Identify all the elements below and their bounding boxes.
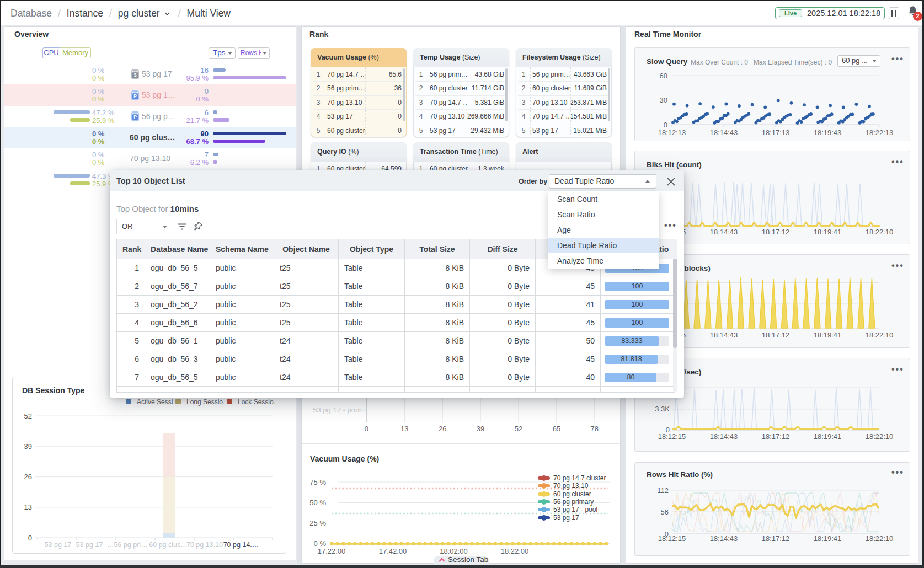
svg-text:56: 56	[661, 508, 669, 516]
svg-text:75 %: 75 %	[309, 478, 326, 486]
svg-text:18:02:00: 18:02:00	[440, 547, 468, 555]
svg-text:18:22:10: 18:22:10	[866, 228, 894, 236]
svg-text:18:12:13: 18:12:13	[658, 128, 686, 137]
svg-text:0: 0	[365, 425, 368, 433]
svg-text:18:17:12: 18:17:12	[762, 534, 790, 543]
svg-text:18:22:10: 18:22:10	[866, 331, 894, 339]
svg-text:53 pg 17 -…: 53 pg 17 -…	[76, 541, 114, 549]
svg-text:S: S	[133, 72, 137, 78]
svg-text:60 pg clus…: 60 pg clus…	[149, 541, 187, 549]
svg-text:13: 13	[400, 425, 408, 433]
svg-text:53 pg 17: 53 pg 17	[45, 541, 72, 549]
svg-text:18:12:15: 18:12:15	[658, 432, 686, 441]
svg-text:0 %: 0 %	[314, 539, 327, 548]
svg-text:18:19:41: 18:19:41	[814, 432, 842, 441]
svg-text:P: P	[133, 93, 137, 99]
svg-text:18:17:12: 18:17:12	[762, 331, 790, 339]
svg-text:0: 0	[664, 121, 667, 129]
svg-text:78: 78	[591, 425, 599, 433]
svg-text:0: 0	[28, 534, 32, 542]
svg-text:112: 112	[657, 486, 669, 495]
svg-text:65: 65	[553, 425, 560, 433]
svg-text:52: 52	[515, 425, 522, 433]
svg-text:30: 30	[660, 96, 667, 104]
svg-text:39: 39	[24, 442, 32, 451]
svg-text:18:14:43: 18:14:43	[710, 432, 738, 441]
svg-text:52: 52	[24, 412, 32, 420]
svg-text:18:19:43: 18:19:43	[814, 128, 842, 137]
svg-text:P: P	[133, 114, 137, 120]
svg-text:18:22:13: 18:22:13	[866, 128, 894, 137]
svg-text:17:42:00: 17:42:00	[379, 547, 407, 555]
svg-text:18:17:12: 18:17:12	[762, 228, 790, 236]
svg-text:18:17:12: 18:17:12	[762, 432, 790, 441]
svg-text:18:17:13: 18:17:13	[762, 128, 790, 137]
svg-text:39: 39	[477, 425, 484, 433]
svg-text:17:22:00: 17:22:00	[318, 547, 346, 555]
svg-text:3.3K: 3.3K	[655, 405, 670, 413]
svg-text:26: 26	[24, 473, 32, 481]
svg-text:18:22:10: 18:22:10	[866, 534, 894, 543]
svg-text:53 pg 17 - pool: 53 pg 17 - pool	[313, 406, 361, 414]
svg-text:18:19:41: 18:19:41	[814, 331, 842, 339]
svg-text:18:19:41: 18:19:41	[814, 534, 842, 543]
svg-text:18:22:00: 18:22:00	[501, 547, 529, 555]
svg-text:56 pg pri…: 56 pg pri…	[114, 541, 147, 549]
svg-text:25 %: 25 %	[309, 519, 326, 527]
svg-text:70 pg 14.…: 70 pg 14.…	[223, 541, 259, 549]
svg-text:18:22:10: 18:22:10	[866, 432, 894, 441]
svg-text:18:14:43: 18:14:43	[710, 228, 738, 236]
svg-text:18:14:43: 18:14:43	[710, 534, 738, 543]
svg-text:50 %: 50 %	[309, 499, 326, 507]
svg-text:60: 60	[660, 72, 667, 80]
svg-text:70 pg 13.10: 70 pg 13.10	[186, 541, 223, 549]
svg-text:13: 13	[24, 503, 32, 511]
svg-text:18:14:43: 18:14:43	[710, 331, 738, 339]
svg-text:18:19:41: 18:19:41	[814, 228, 842, 236]
svg-text:18:14:43: 18:14:43	[710, 128, 738, 137]
svg-text:18:12:15: 18:12:15	[658, 534, 686, 543]
svg-text:26: 26	[439, 425, 446, 433]
